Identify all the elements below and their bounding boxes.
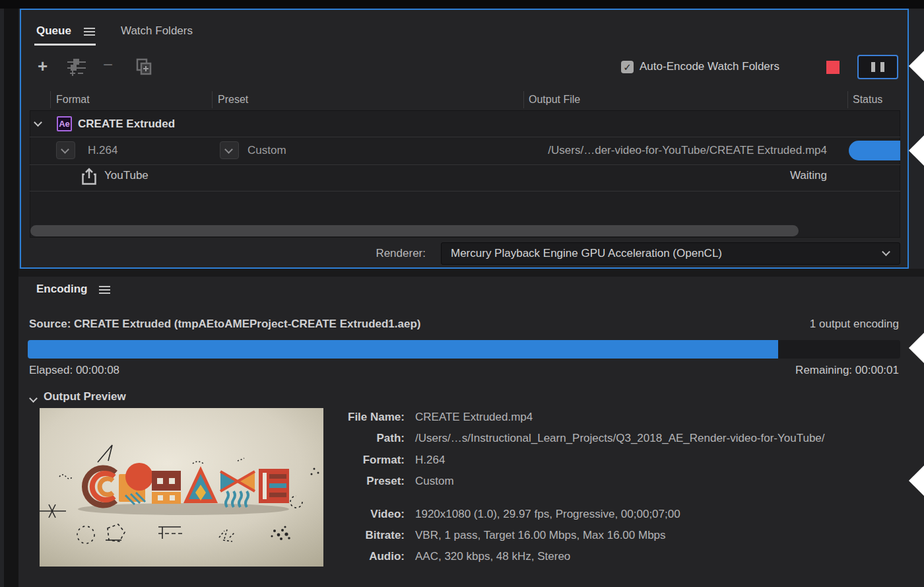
tab-queue-active-underline [34,44,96,46]
after-effects-icon: Ae [57,116,72,131]
format-dropdown-button[interactable] [56,141,75,159]
detail-label: Bitrate: [18,529,405,542]
output-preview-label: Output Preview [44,390,126,403]
row-separator [30,137,900,137]
encoding-progress-pill [849,141,900,160]
column-header-status[interactable]: Status [853,94,882,106]
output-preview-chevron-icon[interactable] [30,392,36,404]
detail-value: VBR, 1 pass, Target 16.00 Mbps, Max 16.0… [415,529,666,542]
callout-arrow-icon [909,50,924,82]
window-left-strip [4,9,18,587]
detail-label: Video: [18,508,405,521]
detail-label: File Name: [18,411,405,424]
detail-label: Path: [18,432,405,445]
source-group-title[interactable]: CREATE Extruded [78,118,175,131]
chevron-down-icon [224,145,233,154]
elapsed-time: Elapsed: 00:00:08 [29,364,119,377]
row-separator [30,191,900,191]
detail-value: /Users/…s/Instructional_Learn_Projects/Q… [415,432,825,445]
detail-value: AAC, 320 kbps, 48 kHz, Stereo [415,550,570,563]
encoding-panel-title: Encoding [36,283,87,296]
horizontal-scrollbar[interactable] [30,225,799,236]
detail-label: Preset: [18,475,405,488]
panel-divider [18,269,924,277]
auto-encode-checkbox[interactable]: ✓ [621,61,634,73]
detail-value: CREATE Extruded.mp4 [415,411,533,424]
preset-cell[interactable]: Custom [248,144,286,157]
tab-queue[interactable]: Queue [36,24,71,38]
row-separator [30,164,900,165]
format-cell[interactable]: H.264 [88,144,117,157]
chevron-down-icon [882,248,890,256]
renderer-dropdown[interactable]: Mercury Playback Engine GPU Acceleration… [441,242,900,265]
remove-item-button[interactable]: − [103,57,113,73]
column-separator [523,91,524,108]
stop-queue-button[interactable] [826,61,840,74]
tab-watch-folders[interactable]: Watch Folders [121,24,193,38]
detail-value: H.264 [415,454,445,467]
detail-label: Audio: [18,550,405,563]
encoding-panel-menu-icon[interactable] [99,286,110,294]
queue-panel-menu-icon[interactable] [84,28,95,36]
column-separator [212,91,213,108]
add-source-button[interactable]: + [38,58,48,74]
encoding-progress-track [28,340,900,359]
pause-queue-button[interactable] [857,55,898,79]
detail-value: 1920x1080 (1.0), 29.97 fps, Progressive,… [415,508,680,521]
column-separator [50,91,51,108]
renderer-value: Mercury Playback Engine GPU Acceleration… [451,247,722,260]
callout-arrow-icon [909,135,924,166]
detail-value: Custom [415,475,454,488]
remaining-time: Remaining: 00:00:01 [795,364,899,377]
column-separator [847,91,848,108]
column-header-output-file[interactable]: Output File [529,94,580,106]
publish-status: Waiting [790,169,827,182]
column-header-format[interactable]: Format [56,94,90,106]
renderer-label: Renderer: [376,247,426,260]
pause-icon [871,62,884,72]
encode-progress-fill [28,340,778,359]
publish-share-icon [82,168,96,185]
detail-label: Format: [18,454,405,467]
publish-destination-label[interactable]: YouTube [104,169,148,182]
duplicate-item-icon[interactable] [134,57,154,77]
output-encoding-count: 1 output encoding [810,318,899,331]
preset-dropdown-button[interactable] [220,141,239,159]
encoding-source-line: Source: CREATE Extruded (tmpAEtoAMEProje… [29,318,421,331]
media-encoder-window: Queue Watch Folders + − ✓ Auto-Encode Wa… [0,0,924,587]
add-output-preset-icon[interactable] [66,58,87,77]
auto-encode-label: Auto-Encode Watch Folders [640,60,779,73]
column-header-preset[interactable]: Preset [218,94,248,106]
output-file-link[interactable]: /Users/…der-video-for-YouTube/CREATE Ext… [548,144,827,157]
chevron-down-icon [61,145,69,154]
window-top-strip [0,0,924,9]
